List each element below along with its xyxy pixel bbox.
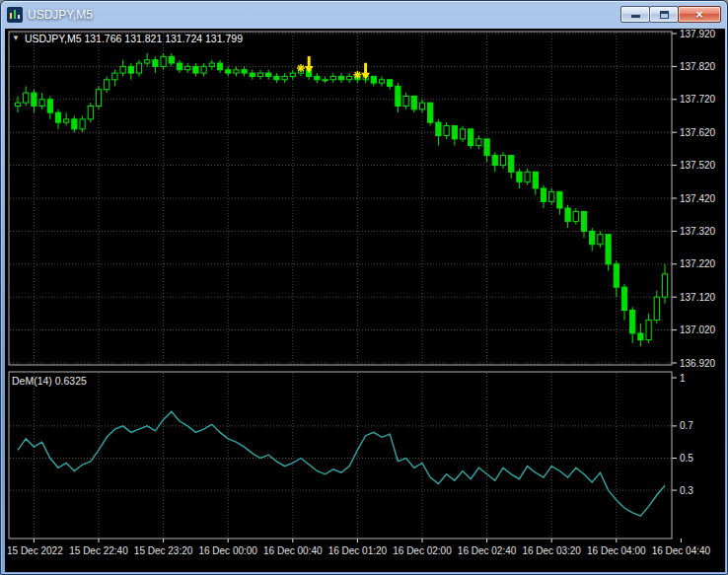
candle-body bbox=[549, 191, 554, 201]
signal-arrow-down-icon bbox=[305, 66, 314, 73]
candle-body bbox=[177, 63, 182, 70]
time-axis-label: 16 Dec 00:00 bbox=[198, 545, 257, 556]
candle-body bbox=[217, 63, 222, 70]
candle-body bbox=[621, 287, 626, 310]
candle-body bbox=[452, 126, 457, 139]
candle-body bbox=[24, 93, 29, 103]
candle-body bbox=[492, 156, 497, 166]
candle-body bbox=[573, 211, 578, 221]
candle-body bbox=[606, 235, 611, 264]
time-axis-label: 16 Dec 04:40 bbox=[652, 545, 711, 556]
candle-body bbox=[323, 80, 328, 81]
signal-arrow-down-icon bbox=[364, 63, 367, 73]
candle-body bbox=[242, 70, 247, 73]
candle-body bbox=[72, 119, 77, 129]
price-axis-label: 136.920 bbox=[680, 358, 716, 369]
time-axis-label: 16 Dec 02:40 bbox=[458, 545, 517, 556]
candle-body bbox=[80, 119, 85, 129]
candle-body bbox=[39, 100, 44, 107]
price-axis-label: 137.220 bbox=[680, 258, 716, 269]
candle-body bbox=[371, 76, 376, 83]
candle-body bbox=[145, 60, 150, 63]
candle-body bbox=[161, 56, 166, 66]
price-axis-label: 137.920 bbox=[680, 29, 716, 39]
candle-body bbox=[444, 126, 449, 136]
price-axis-label: 137.020 bbox=[680, 324, 716, 335]
signal-arrow-down-icon bbox=[308, 56, 311, 67]
candle-body bbox=[193, 66, 198, 73]
candle-body bbox=[581, 211, 586, 231]
signal-arrow-down-icon bbox=[361, 73, 370, 80]
candle-body bbox=[396, 86, 400, 106]
price-axis-label: 137.420 bbox=[680, 193, 716, 204]
close-icon: × bbox=[695, 8, 703, 21]
candle-body bbox=[662, 274, 667, 297]
time-axis-label: 15 Dec 22:40 bbox=[69, 545, 128, 556]
chart-client-area: 15 Dec 202215 Dec 22:4015 Dec 23:2016 De… bbox=[5, 29, 725, 572]
candle-body bbox=[411, 96, 416, 108]
collapse-arrow-icon[interactable]: ▼ bbox=[12, 35, 20, 42]
candle-body bbox=[525, 172, 530, 181]
candle-body bbox=[266, 73, 271, 76]
candlestick-chart[interactable]: 15 Dec 202215 Dec 22:4015 Dec 23:2016 De… bbox=[5, 29, 725, 572]
candle-body bbox=[436, 122, 441, 135]
candle-body bbox=[460, 129, 465, 139]
candle-body bbox=[274, 76, 279, 79]
time-axis-label: 16 Dec 04:00 bbox=[587, 545, 646, 556]
candle-body bbox=[112, 73, 117, 80]
titlebar[interactable]: USDJPY,M5 × bbox=[1, 1, 727, 28]
candle-body bbox=[509, 156, 514, 173]
candle-body bbox=[128, 66, 133, 73]
candle-body bbox=[201, 66, 206, 73]
candle-body bbox=[500, 156, 505, 166]
candle-body bbox=[290, 73, 295, 76]
candle-body bbox=[469, 129, 473, 146]
candle-body bbox=[55, 112, 60, 122]
candle-body bbox=[630, 311, 635, 333]
close-button[interactable]: × bbox=[678, 6, 721, 23]
candle-body bbox=[169, 56, 174, 63]
price-axis-label: 137.320 bbox=[680, 226, 716, 237]
ohlc-text: USDJPY,M5 131.766 131.821 131.724 131.79… bbox=[25, 33, 243, 44]
candle-body bbox=[315, 76, 320, 79]
application-window: USDJPY,M5 × 15 Dec 202215 Dec 22:4015 De… bbox=[0, 0, 728, 575]
candle-body bbox=[517, 172, 522, 181]
candle-body bbox=[257, 73, 262, 76]
price-axis-label: 137.520 bbox=[680, 160, 716, 171]
candle-body bbox=[209, 63, 214, 66]
minimize-icon bbox=[631, 15, 640, 18]
candle-body bbox=[598, 235, 603, 245]
maximize-icon bbox=[660, 11, 669, 19]
candle-body bbox=[419, 103, 424, 109]
maximize-button[interactable] bbox=[649, 6, 679, 23]
candle-body bbox=[120, 66, 125, 73]
candle-body bbox=[403, 96, 408, 106]
indicator-axis-label: 1 bbox=[680, 373, 686, 384]
candle-body bbox=[557, 191, 562, 208]
candle-body bbox=[338, 76, 343, 79]
candle-body bbox=[15, 103, 20, 106]
indicator-line bbox=[18, 411, 665, 516]
indicator-axis-label: 0.7 bbox=[680, 420, 693, 431]
time-axis-label: 15 Dec 23:20 bbox=[134, 545, 193, 556]
time-axis-label: 16 Dec 00:40 bbox=[263, 545, 323, 556]
candle-body bbox=[590, 231, 595, 244]
candle-body bbox=[476, 139, 481, 146]
candle-body bbox=[484, 139, 489, 156]
candle-body bbox=[250, 73, 255, 76]
price-axis-label: 137.120 bbox=[680, 292, 716, 303]
candle-body bbox=[428, 103, 433, 122]
app-icon bbox=[7, 7, 23, 23]
window-title: USDJPY,M5 bbox=[28, 8, 93, 22]
candle-body bbox=[614, 264, 619, 287]
indicator-axis-label: 0.3 bbox=[680, 485, 693, 496]
minimize-button[interactable] bbox=[620, 6, 650, 23]
indicator-pane-border bbox=[9, 372, 672, 539]
candle-body bbox=[282, 76, 287, 79]
candle-body bbox=[638, 333, 643, 340]
candle-body bbox=[136, 63, 141, 73]
candle-body bbox=[565, 208, 570, 221]
candle-body bbox=[64, 119, 69, 122]
indicator-label: DeM(14) 0.6325 bbox=[12, 375, 87, 387]
candle-body bbox=[88, 106, 93, 118]
